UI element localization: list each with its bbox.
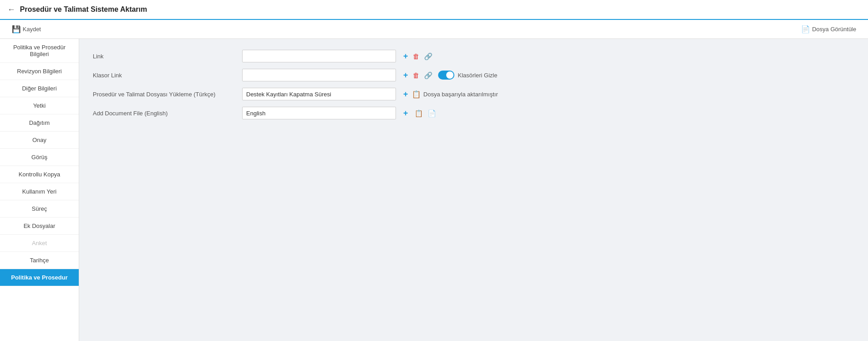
dosya-yukleme-input[interactable]	[242, 88, 396, 100]
dosya-yukleme-label: Prosedür ve Talimat Dosyası Yükleme (Tür…	[93, 91, 238, 98]
add-document-actions: + 📋 📄	[402, 108, 437, 118]
file-view-label: Dosya Görüntüle	[812, 26, 856, 33]
klasorleri-gizle-label: Klasörleri Gizle	[458, 72, 497, 79]
save-button[interactable]: 💾 Kaydet	[7, 23, 45, 35]
add-document-row: Add Document File (English) + 📋 📄	[93, 107, 854, 119]
sidebar-item-anket: Anket	[0, 235, 79, 252]
klasor-open-button[interactable]: 🔗	[423, 71, 434, 80]
add-document-label: Add Document File (English)	[93, 110, 238, 117]
link-label: Link	[93, 53, 238, 60]
sidebar-item-yetki[interactable]: Yetki	[0, 97, 79, 114]
page-title: Prosedür ve Talimat Sisteme Aktarım	[20, 5, 147, 14]
top-bar: ← Prosedür ve Talimat Sisteme Aktarım	[0, 0, 868, 20]
sidebar-item-dagitim[interactable]: Dağıtım	[0, 114, 79, 132]
sidebar-item-kontrollu-kopya[interactable]: Kontrollu Kopya	[0, 166, 79, 183]
sidebar-item-onay[interactable]: Onay	[0, 132, 79, 149]
sidebar-item-politika-prosedur[interactable]: Politika ve Prosedur	[0, 269, 79, 286]
sidebar: Politika ve Prosedür Bilgileri Revizyon …	[0, 39, 79, 341]
back-button[interactable]: ←	[7, 5, 15, 14]
klasor-add-button[interactable]: +	[402, 70, 409, 80]
doc-icons: 📋 📄	[414, 109, 437, 118]
link-row: Link + 🗑 🔗	[93, 50, 854, 62]
sidebar-item-kullanim-yeri[interactable]: Kullanım Yeri	[0, 183, 79, 200]
dosya-add-button[interactable]: +	[402, 89, 409, 99]
file-icon: 📄	[801, 25, 810, 33]
save-icon: 💾	[12, 25, 21, 33]
content-area: Link + 🗑 🔗 Klasor Link + 🗑 🔗 Klasörle	[79, 39, 868, 341]
doc-view-button[interactable]: 📋	[414, 109, 424, 118]
klasor-delete-button[interactable]: 🗑	[412, 71, 420, 80]
link-open-button[interactable]: 🔗	[423, 52, 434, 61]
sidebar-item-revizyon-bilgileri[interactable]: Revizyon Bilgileri	[0, 63, 79, 80]
toolbar-right: 📄 Dosya Görüntüle	[796, 23, 861, 35]
add-document-input[interactable]	[242, 107, 396, 119]
sidebar-item-diger-bilgileri[interactable]: Diğer Bilgileri	[0, 80, 79, 97]
link-delete-button[interactable]: 🗑	[412, 52, 420, 61]
success-message: 📋 Dosya başarıyla aktarılmıştır	[412, 90, 498, 99]
file-view-button[interactable]: 📄 Dosya Görüntüle	[796, 23, 861, 35]
toolbar-left: 💾 Kaydet	[7, 23, 45, 35]
klasorleri-gizle-toggle-container: Klasörleri Gizle	[438, 71, 497, 80]
main-layout: Politika ve Prosedür Bilgileri Revizyon …	[0, 39, 868, 341]
sidebar-item-surec[interactable]: Süreç	[0, 200, 79, 218]
link-add-button[interactable]: +	[402, 51, 409, 61]
link-actions: + 🗑 🔗	[402, 51, 434, 61]
toggle-knob	[446, 71, 453, 79]
doc-file-button[interactable]: 📄	[427, 109, 437, 118]
klasor-link-label: Klasor Link	[93, 72, 238, 79]
save-label: Kaydet	[23, 26, 41, 33]
sidebar-item-politika-prosedur-bilgileri[interactable]: Politika ve Prosedür Bilgileri	[0, 39, 79, 63]
klasor-link-input[interactable]	[242, 69, 396, 81]
link-input[interactable]	[242, 50, 396, 62]
sidebar-item-ek-dosyalar[interactable]: Ek Dosyalar	[0, 218, 79, 235]
success-icon: 📋	[412, 90, 421, 99]
add-document-add-button[interactable]: +	[402, 108, 409, 118]
klasor-link-row: Klasor Link + 🗑 🔗 Klasörleri Gizle	[93, 69, 854, 81]
klasorleri-gizle-toggle[interactable]	[438, 71, 454, 80]
dosya-yukleme-row: Prosedür ve Talimat Dosyası Yükleme (Tür…	[93, 88, 854, 100]
klasor-link-actions: + 🗑 🔗 Klasörleri Gizle	[402, 70, 497, 80]
toolbar: 💾 Kaydet 📄 Dosya Görüntüle	[0, 20, 868, 39]
dosya-basarili-label: Dosya başarıyla aktarılmıştır	[424, 91, 498, 98]
dosya-yukleme-actions: + 📋 Dosya başarıyla aktarılmıştır	[402, 89, 498, 99]
sidebar-item-gorus[interactable]: Görüş	[0, 149, 79, 166]
sidebar-item-tarihce[interactable]: Tarihçe	[0, 252, 79, 269]
